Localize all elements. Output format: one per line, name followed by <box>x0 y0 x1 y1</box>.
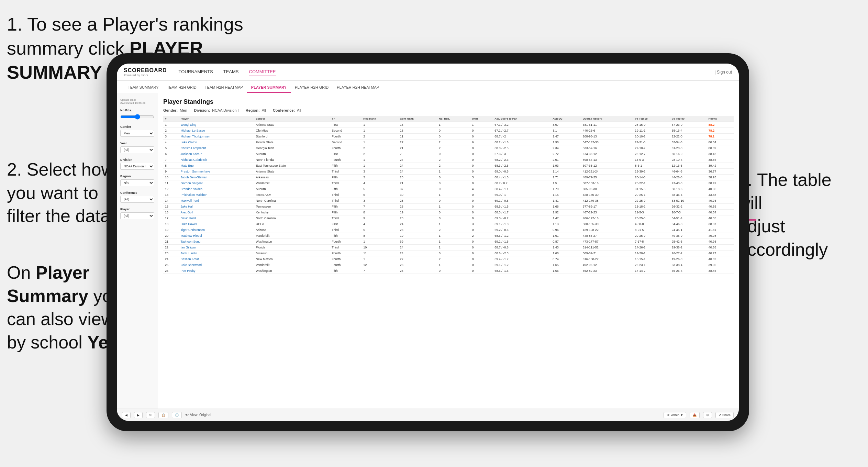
cell-adj-score: 68.5 / -1.5 <box>493 204 551 210</box>
cell-player[interactable]: Ian Gilligan <box>179 245 254 251</box>
cell-player[interactable]: Bastien Amat <box>179 256 254 262</box>
cell-wins: 1 <box>470 122 493 128</box>
cell-player[interactable]: Wenyi Ding <box>179 122 254 128</box>
player-select[interactable]: (All) <box>120 212 154 219</box>
toolbar-settings-btn[interactable]: ⚙ <box>703 412 712 418</box>
toolbar-watch-btn[interactable]: 👁 Watch ▼ <box>664 412 686 418</box>
toolbar-refresh-btn[interactable]: ↻ <box>146 412 155 418</box>
region-select[interactable]: N/A <box>120 179 154 186</box>
filter-gender-label: Gender: <box>163 108 178 112</box>
cell-school: Tennessee <box>254 204 330 210</box>
sidebar-region: Region N/A <box>120 175 154 186</box>
toolbar-clock-btn[interactable]: 🕐 <box>172 412 182 418</box>
conference-select[interactable]: (All) <box>120 196 154 203</box>
cell-yr: Fourth <box>330 262 361 268</box>
toolbar-back-btn[interactable]: ◀ <box>122 412 131 418</box>
top-nav: SCOREBOARD Powered by clippi TOURNAMENTS… <box>117 64 739 81</box>
cell-no-rds: 0 <box>437 175 470 180</box>
cell-num: 22 <box>163 245 179 251</box>
col-num: # <box>163 116 179 122</box>
cell-player[interactable]: Nicholas Gabrielcik <box>179 157 254 163</box>
col-avg-sg: Avg SG <box>551 116 581 122</box>
toolbar-forward-btn[interactable]: ▶ <box>134 412 143 418</box>
no-rds-slider[interactable] <box>120 114 154 120</box>
cell-player[interactable]: Michael Thorbjornsen <box>179 134 254 140</box>
cell-player[interactable]: Mats Ege <box>179 163 254 169</box>
sub-nav-team-h2h-heatmap[interactable]: TEAM H2H HEATMAP <box>201 82 247 93</box>
cell-adj-score: 68.7 / -2 <box>493 134 551 140</box>
cell-overall: 605-96-38 <box>581 186 633 192</box>
sub-nav-player-h2h-grid[interactable]: PLAYER H2H GRID <box>291 82 333 93</box>
cell-no-rds: 0 <box>437 210 470 215</box>
cell-player[interactable]: Gordon Sargent <box>179 180 254 186</box>
cell-wins: 0 <box>470 262 493 268</box>
division-label: Division <box>120 158 154 162</box>
cell-num: 25 <box>163 262 179 268</box>
sub-nav-team-summary[interactable]: TEAM SUMMARY <box>124 82 163 93</box>
cell-vt50: 19-26-0 <box>670 256 707 262</box>
cell-player[interactable]: Jack Lundin <box>179 251 254 256</box>
cell-avg-sg: 1.71 <box>551 175 581 180</box>
cell-vt25: 19-11-1 <box>633 128 670 134</box>
table-row: 11 Gordon Sargent Vanderbilt Third 4 21 … <box>163 180 734 186</box>
sub-nav-team-h2h-grid[interactable]: TEAM H2H GRID <box>163 82 201 93</box>
nav-right: | Sign out <box>715 70 732 75</box>
cell-player[interactable]: Tiger Christensen <box>179 227 254 233</box>
cell-avg-sg: 1.98 <box>551 140 581 145</box>
cell-overall: 674-33-12 <box>581 151 633 157</box>
cell-points: 78.2 <box>707 128 734 134</box>
nav-committee[interactable]: COMMITTEE <box>249 68 276 76</box>
toolbar-share-btn[interactable]: ↗ Share <box>715 412 734 418</box>
cell-reg-rank: 1 <box>361 157 398 163</box>
sign-out-link[interactable]: | Sign out <box>715 70 732 75</box>
cell-player[interactable]: Jacob Dew-Stewan <box>179 175 254 180</box>
toolbar-copy-btn[interactable]: 📋 <box>158 412 168 418</box>
cell-player[interactable]: Phichaksn Maichon <box>179 192 254 198</box>
year-select[interactable]: (All) <box>120 146 154 153</box>
cell-yr: Fourth <box>330 239 361 245</box>
cell-player[interactable]: Maxwell Ford <box>179 198 254 204</box>
cell-conf-rank: 7 <box>398 151 437 157</box>
cell-num: 15 <box>163 204 179 210</box>
cell-school: New Mexico <box>254 256 330 262</box>
cell-yr: First <box>330 122 361 128</box>
cell-player[interactable]: Brendan Valdes <box>179 186 254 192</box>
cell-no-rds: 0 <box>437 128 470 134</box>
cell-player[interactable]: Christo Lamprecht <box>179 145 254 151</box>
cell-vt50: 25-42-3 <box>670 239 707 245</box>
table-body: 1 Wenyi Ding Arizona State First 1 15 1 … <box>163 122 734 274</box>
cell-num: 24 <box>163 256 179 262</box>
sub-nav-player-summary[interactable]: PLAYER SUMMARY <box>247 82 291 93</box>
cell-player[interactable]: David Ford <box>179 215 254 221</box>
cell-player[interactable]: Michael Le Sasso <box>179 128 254 134</box>
player-label: Player <box>120 208 154 211</box>
sub-nav-player-h2h-heatmap[interactable]: PLAYER H2H HEATMAP <box>333 82 383 93</box>
table-row: 15 Jake Hall Tennessee Fifth 7 28 1 0 68… <box>163 204 734 210</box>
cell-conf-rank: 23 <box>398 227 437 233</box>
cell-conf-rank: 25 <box>398 175 437 180</box>
cell-player[interactable]: Jake Hall <box>179 204 254 210</box>
nav-tournaments[interactable]: TOURNAMENTS <box>179 68 213 76</box>
tablet-screen: SCOREBOARD Powered by clippi TOURNAMENTS… <box>117 64 739 421</box>
col-school: School <box>254 116 330 122</box>
cell-player[interactable]: Preston Summerhays <box>179 169 254 175</box>
standings-title: Player Standings <box>163 98 734 105</box>
toolbar-export-btn[interactable]: 📤 <box>690 412 700 418</box>
cell-vt50: 54-51-4 <box>670 215 707 221</box>
cell-player[interactable]: Matthew Riedel <box>179 233 254 239</box>
cell-conf-rank: 25 <box>398 268 437 274</box>
cell-adj-score: 69.0 / -0.5 <box>493 169 551 175</box>
cell-player[interactable]: Taehoon Song <box>179 239 254 245</box>
cell-player[interactable]: Cole Sherwood <box>179 262 254 268</box>
cell-wins: 0 <box>470 145 493 151</box>
cell-player[interactable]: Luke Powell <box>179 221 254 227</box>
cell-player[interactable]: Luke Claton <box>179 140 254 145</box>
cell-player[interactable]: Petr Hruby <box>179 268 254 274</box>
cell-no-rds: 1 <box>437 204 470 210</box>
division-select[interactable]: NCAA Division I <box>120 163 154 170</box>
cell-player[interactable]: Alex Goff <box>179 210 254 215</box>
gender-select[interactable]: Men <box>120 130 154 137</box>
filter-division-label: Division: <box>194 108 210 112</box>
nav-teams[interactable]: TEAMS <box>223 68 239 76</box>
cell-player[interactable]: Jackson Koivun <box>179 151 254 157</box>
